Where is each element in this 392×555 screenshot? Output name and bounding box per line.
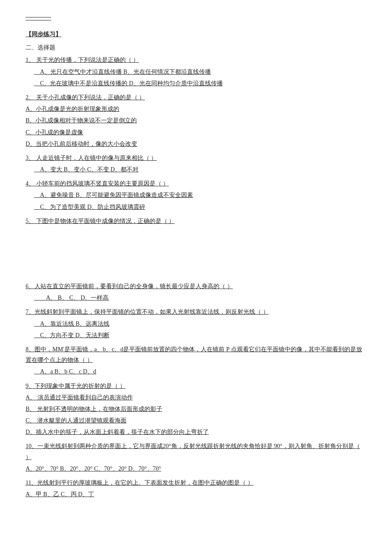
q2-opt4: D、当把小孔前后移动时，像的大小会改变 [26,139,366,149]
question-2: 2、 关于小孔成像的下列说法，正确的是（ ） A、小孔成像是光的折射现象形成的 … [26,92,366,149]
q3-text: 3、 人走近镜子时，人在镜中的像与原来相比（ ） [26,153,366,163]
q2-text: 2、 关于小孔成像的下列说法，正确的是（ ） [26,92,366,103]
q6-opt1: A、 B、 C、 D、一样高 [34,292,366,303]
question-10: 10、一束光线斜射到两种介质的界面上，它与界面成20°角，反射光线跟折射光线的夹… [26,441,366,474]
question-8: 8、图中，MM′是平面镜，a、b、c、d是平面镜前放置的四个物体，人在镜前 P … [26,344,366,377]
q3-opt1: A、变大 B、变小 C、不变 D、都不对 [34,164,366,175]
q4-text: 4、 小轿车前的挡风玻璃不竖直安装的主要原因是（ ） [26,178,366,189]
sub-title: 二、选择题 [26,42,366,53]
question-3: 3、 人走近镜子时，人在镜中的像与原来相比（ ） A、变大 B、变小 C、不变 … [26,153,366,175]
question-9: 9、下列现象中属于光的折射的是（ ） A、 演员通过平面镜看到自己的表演动作 B… [26,381,366,438]
q2-opt1: A、小孔成像是光的折射现象形成的 [26,104,366,114]
section-title: 【同步练习】 [26,29,366,40]
question-7: 7、光线斜射到平面镜上，保持平面镜的位置不动，如果入光射线靠近法线，则反射光线（… [26,306,366,341]
question-6: 6、人站在直立的平面镜前，要看到自己的全身像，镜长最少应是人身高的（ ） A、 … [26,281,366,303]
q4-opt1: A、避免噪音 B、尽可能避免因平面镜成像造成不安全因素 [34,190,366,200]
q4-opt2: C、为了造型美观 D、防止挡风玻璃震碎 [34,202,366,212]
q10-text: 10、一束光线斜射到两种介质的界面上，它与界面成20°角，反射光线跟折射光线的夹… [26,441,366,462]
q8-opt1: A、a B、b C、c D、d [34,366,366,377]
q2-opt2: B、小孔成像相对于物来说不一定是倒立的 [26,115,366,126]
question-4: 4、 小轿车前的挡风玻璃不竖直安装的主要原因是（ ） A、避免噪音 B、尽可能避… [26,178,366,212]
q7-opt2: C、方向不变 D、无法判断 [34,330,366,341]
q10-opt1: A、20°、70° B、20°、20° C、70°、20° D、70°、70° [26,463,366,474]
q9-opt1: A、 演员通过平面镜看到自己的表演动作 [26,392,366,403]
q8-text: 8、图中，MM′是平面镜，a、b、c、d是平面镜前放置的四个物体，人在镜前 P … [26,344,366,365]
question-5: 5、 下图中是物体在平面镜中成像的情况，正确的是（ ） [26,216,366,226]
q9-opt3: C、 潜水艇里的人通过潜望镜观看海面 [26,415,366,426]
q11-opt1: A、甲 B、乙 C、丙 D、丁 [26,489,366,500]
question-11: 11、光线射到平行的厚玻璃板上，在它的上、下表面发生折射，在图中正确的图是（ ）… [26,477,366,500]
q5-text: 5、 下图中是物体在平面镜中成像的情况，正确的是（ ） [26,216,366,226]
q9-text: 9、下列现象中属于光的折射的是（ ） [26,381,366,391]
q1-opt1: A、光只在空气中才沿直线传播 B、光在任何情况下都沿直线传播 [34,66,366,77]
question-1: 1、 关于光的传播，下列说法是正确的（ ） A、光只在空气中才沿直线传播 B、光… [26,55,366,89]
q11-text: 11、光线射到平行的厚玻璃板上，在它的上、下表面发生折射，在图中正确的图是（ ） [26,477,366,488]
q1-text: 1、 关于光的传播，下列说法是正确的（ ） [26,55,366,65]
q1-opt2: C、光在玻璃中不是沿直线传播的 D、光在同种均匀介质中沿直线传播 [34,78,366,89]
q7-opt1: A、靠近法线 B、远离法线 [34,318,366,329]
q6-text: 6、人站在直立的平面镜前，要看到自己的全身像，镜长最少应是人身高的（ ） [26,281,366,292]
q2-opt3: C、小孔成的像是虚像 [26,127,366,138]
top-lines [26,17,366,20]
q9-opt2: B、 光射到不透明的物体上，在物体后面形成的影子 [26,404,366,414]
q7-text: 7、光线斜射到平面镜上，保持平面镜的位置不动，如果入光射线靠近法线，则反射光线（… [26,306,366,317]
q9-opt4: D、插入水中的筷子，从水面上斜着看，筷子在水下的部分向上弯折了 [26,427,366,437]
